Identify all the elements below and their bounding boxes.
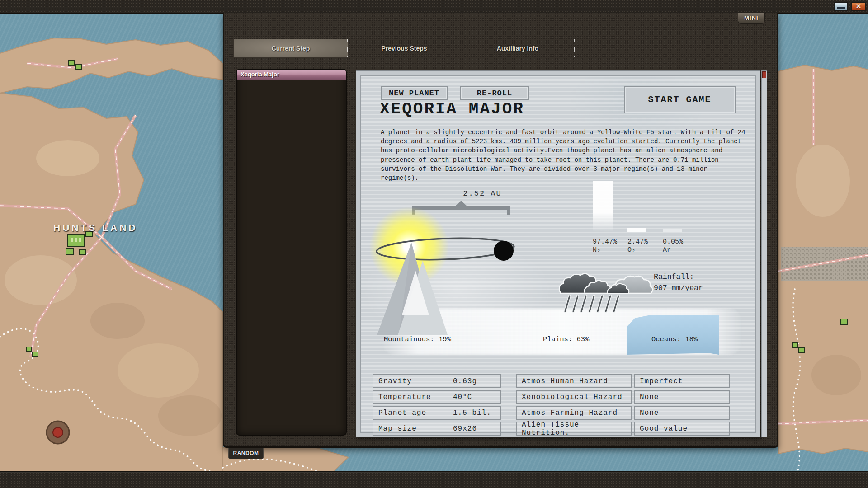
- table-row: Alien Tissue Nutrition. Good value: [516, 422, 730, 436]
- main-panel: Current Step Previous Steps Auxilliary I…: [223, 13, 778, 448]
- stat-value: 69x26: [453, 425, 500, 433]
- document-scrollbar[interactable]: [761, 70, 767, 437]
- atmosphere-label-o2: 2.47% O₂: [627, 238, 648, 254]
- new-planet-button[interactable]: NEW PLANET: [381, 86, 448, 100]
- mini-button[interactable]: MINI: [738, 13, 765, 24]
- terrain-row: Mountainous: 19% Plains: 63% Oceans: 18%: [356, 335, 761, 344]
- tab-previous-steps[interactable]: Previous Steps: [348, 39, 461, 57]
- planet-title: XEQORIA MAJOR: [380, 100, 524, 118]
- start-game-button[interactable]: START GAME: [624, 86, 736, 113]
- stat-value: None: [634, 406, 730, 420]
- rain-clouds-icon: [557, 270, 656, 315]
- stat-label: Temperature: [373, 393, 453, 401]
- stat-label: Atmos Human Hazard: [516, 374, 632, 388]
- stat-label: Xenobiological Hazard: [516, 390, 632, 404]
- table-row: Atmos Human Hazard Imperfect: [516, 374, 730, 388]
- game-screen: HUNTS LAND ✕ MINI Current Step Previous …: [0, 0, 868, 488]
- close-icon: ✕: [856, 2, 862, 10]
- re-roll-button[interactable]: RE-ROLL: [460, 86, 529, 100]
- window-titlebar: [0, 0, 868, 14]
- atmosphere-bar-o2: [627, 228, 646, 232]
- planet-description: A planet in a slightly eccentric and fas…: [381, 128, 747, 183]
- terrain-plains: Plains: 63%: [543, 335, 589, 343]
- sidebar-item-xeqoria-major[interactable]: Xeqoria Major: [237, 70, 346, 80]
- stat-value: None: [634, 390, 730, 404]
- atmosphere-pct: 97.47%: [593, 238, 617, 246]
- terrain-mountainous: Mountainous: 19%: [384, 335, 451, 343]
- hazard-stats-table: Atmos Human Hazard Imperfect Xenobiologi…: [516, 374, 730, 436]
- minimize-icon: [837, 7, 845, 9]
- tab-current-step[interactable]: Current Step: [234, 39, 348, 57]
- table-row: Atmos Farming Hazard None: [516, 406, 730, 420]
- stat-value: 1.5 bil.: [453, 409, 500, 417]
- table-row: Gravity 0.63g: [373, 374, 501, 388]
- table-row: Temperature 40°C: [373, 390, 501, 404]
- stat-label: Alien Tissue Nutrition.: [516, 422, 632, 436]
- stat-value: 40°C: [453, 393, 500, 401]
- atmosphere-bar-n2: [593, 181, 613, 232]
- rainfall-text: Rainfall: 907 mm/year: [654, 271, 703, 294]
- rainfall-label: Rainfall:: [654, 271, 703, 282]
- mountains-icon: [376, 242, 449, 336]
- minimize-button[interactable]: [834, 2, 848, 11]
- tab-bar: Current Step Previous Steps Auxilliary I…: [234, 39, 654, 57]
- table-row: Map size 69x26: [373, 422, 501, 436]
- atmosphere-gas: N₂: [593, 246, 617, 254]
- map-region-label: HUNTS LAND: [53, 222, 138, 233]
- stat-value: 0.63g: [453, 377, 500, 385]
- stat-label: Planet age: [373, 409, 453, 417]
- planet-icon: [494, 241, 514, 261]
- stat-label: Gravity: [373, 377, 453, 385]
- terrain-oceans: Oceans: 18%: [651, 335, 698, 343]
- atmosphere-gas: O₂: [627, 246, 648, 254]
- window-bottombar: [0, 471, 868, 488]
- map-crater-icon: [47, 421, 69, 444]
- atmosphere-label-n2: 97.47% N₂: [593, 238, 617, 254]
- sidebar: Xeqoria Major: [236, 69, 347, 436]
- stat-label: Map size: [373, 425, 453, 433]
- atmosphere-label-ar: 0.05% Ar: [663, 238, 683, 254]
- scrollbar-thumb[interactable]: [762, 71, 766, 78]
- orbit-distance-label: 2.52 AU: [437, 189, 528, 198]
- ocean-patch: [627, 315, 719, 355]
- atmosphere-gas: Ar: [663, 246, 683, 254]
- tab-auxilliary-info[interactable]: Auxilliary Info: [461, 39, 575, 57]
- map-land-right: [778, 65, 868, 454]
- stat-value: Imperfect: [634, 374, 730, 388]
- table-row: Planet age 1.5 bil.: [373, 406, 501, 420]
- rainfall-value: 907 mm/year: [654, 282, 703, 294]
- planet-stats-table: Gravity 0.63g Temperature 40°C Planet ag…: [373, 374, 501, 436]
- atmosphere-pct: 2.47%: [627, 238, 648, 246]
- random-button[interactable]: RANDOM: [228, 448, 264, 459]
- stat-value: Good value: [634, 422, 730, 436]
- table-row: Xenobiological Hazard None: [516, 390, 730, 404]
- planet-document: NEW PLANET RE-ROLL START GAME XEQORIA MA…: [356, 70, 760, 437]
- stat-label: Atmos Farming Hazard: [516, 406, 632, 420]
- atmosphere-bar-ar: [663, 229, 682, 232]
- atmosphere-pct: 0.05%: [663, 238, 683, 246]
- close-button[interactable]: ✕: [851, 2, 866, 11]
